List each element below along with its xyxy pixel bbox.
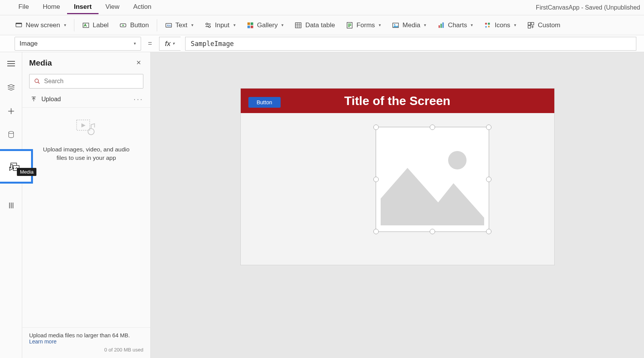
gallery-label: Gallery [257,21,278,29]
text-button[interactable]: Abc Text ▾ [159,19,199,31]
resize-handle[interactable] [486,125,491,130]
app-screen[interactable]: Button Title of the Screen [241,89,554,265]
menu-insert[interactable]: Insert [67,1,99,14]
svg-marker-48 [81,123,85,128]
svg-rect-13 [247,25,250,28]
data-table-label: Data table [305,21,335,29]
ribbon: New screen ▾ Label Button Abc Text ▾ Inp… [0,15,644,35]
custom-icon [527,21,535,29]
svg-point-39 [8,131,13,134]
tree-view-icon[interactable] [3,80,19,95]
resize-handle[interactable] [486,229,491,234]
svg-rect-43 [11,203,12,209]
chevron-down-icon: ▾ [172,41,175,46]
chevron-down-icon: ▾ [379,23,381,28]
upload-hint: Upload images, video, and audio files to… [22,145,150,162]
icons-button[interactable]: Icons ▾ [478,19,522,31]
add-icon[interactable] [3,103,19,119]
svg-rect-28 [443,22,444,28]
resize-handle[interactable] [430,125,435,130]
search-input[interactable] [44,78,138,85]
more-icon[interactable]: ··· [133,95,143,103]
menu-action[interactable]: Action [127,1,158,14]
label-label: Label [93,21,109,29]
chevron-down-icon: ▾ [64,23,66,28]
label-icon [82,21,90,29]
image-control[interactable] [376,127,489,232]
search-box[interactable] [29,74,143,89]
learn-more-link[interactable]: Learn more [29,338,57,345]
svg-point-4 [123,25,124,26]
screen-header: Button Title of the Screen [241,89,554,113]
chevron-down-icon: ▾ [281,23,284,28]
menu-bar: File Home Insert View Action FirstCanvas… [0,0,644,15]
svg-rect-32 [531,22,534,25]
image-placeholder-icon [376,127,489,232]
svg-rect-11 [247,22,250,25]
canvas[interactable]: Button Title of the Screen [151,52,644,358]
input-button[interactable]: Input ▾ [199,19,241,31]
media-button[interactable]: Media ▾ [386,19,432,31]
search-icon [34,78,40,84]
svg-point-8 [206,23,208,25]
hamburger-icon[interactable] [3,56,19,71]
chevron-down-icon: ▾ [514,23,516,28]
property-value: Image [20,40,38,48]
menu-view[interactable]: View [99,1,127,14]
media-sidebar-button[interactable]: Media [0,151,31,182]
resize-handle[interactable] [430,229,435,234]
resize-handle[interactable] [373,177,379,182]
resize-handle[interactable] [486,177,491,182]
media-icon [392,21,399,29]
chevron-down-icon: ▾ [233,23,236,28]
svg-rect-27 [441,23,442,28]
left-sidebar: Media [0,52,22,358]
upload-button[interactable]: Upload [31,96,61,103]
data-icon[interactable] [3,127,19,143]
menu-file[interactable]: File [12,1,36,14]
upload-icon [31,96,37,102]
resize-handle[interactable] [373,125,379,130]
svg-point-29 [485,23,487,25]
svg-line-46 [38,82,39,84]
media-label: Media [402,21,420,29]
forms-button[interactable]: Forms ▾ [340,19,386,31]
svg-point-51 [448,151,467,169]
svg-point-49 [88,128,94,135]
custom-label: Custom [538,21,560,29]
media-empty-icon [76,119,97,137]
advanced-tools-icon[interactable] [3,198,19,213]
property-select[interactable]: Image ▾ [15,37,141,51]
button-button[interactable]: Button [114,19,154,31]
new-screen-label: New screen [26,21,60,29]
charts-button[interactable]: Charts ▾ [432,19,478,31]
custom-button[interactable]: Custom [522,19,566,31]
media-tooltip: Media [17,168,36,176]
close-icon[interactable]: ✕ [134,57,143,69]
gallery-button[interactable]: Gallery ▾ [241,19,289,31]
forms-icon [346,21,353,29]
main: Media Media ✕ Upload ··· [0,52,644,358]
svg-text:Abc: Abc [167,24,171,26]
panel-title: Media [29,58,52,67]
screen-icon [15,21,23,29]
resize-handle[interactable] [373,229,379,234]
new-screen-button[interactable]: New screen ▾ [10,19,72,31]
header-button[interactable]: Button [248,97,281,108]
svg-rect-15 [296,23,301,28]
charts-label: Charts [448,21,467,29]
chevron-down-icon: ▾ [191,23,194,28]
icons-label: Icons [495,21,510,29]
svg-rect-12 [250,22,253,25]
svg-rect-30 [488,23,490,25]
gallery-icon [246,21,254,29]
label-button[interactable]: Label [77,19,114,31]
text-label: Text [176,21,187,29]
data-table-button[interactable]: Data table [289,19,340,31]
equals-sign: = [146,39,154,48]
svg-point-45 [35,79,38,82]
media-panel: Media ✕ Upload ··· Upload images, video,… [22,52,151,358]
menu-home[interactable]: Home [36,1,67,14]
fx-button[interactable]: fx▾ [159,37,181,51]
formula-input[interactable]: SampleImage [185,37,636,51]
